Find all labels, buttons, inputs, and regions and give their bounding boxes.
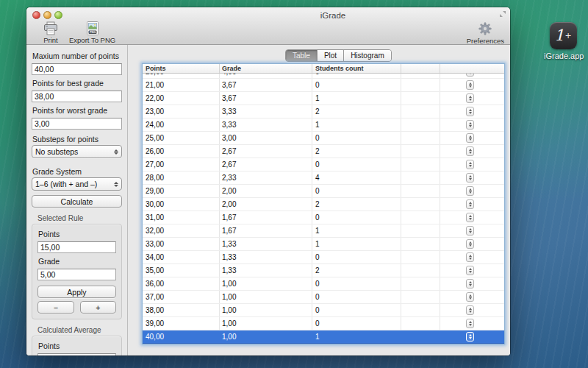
- row-stepper[interactable]: [466, 332, 474, 342]
- calculated-average-group: Points Grade: [32, 336, 122, 355]
- calculate-button[interactable]: Calculate: [32, 195, 122, 208]
- tab-plot[interactable]: Plot: [318, 50, 344, 61]
- tab-table[interactable]: Table: [286, 50, 318, 61]
- window-chrome: iGrade Print: [26, 7, 510, 45]
- svg-text:PNG: PNG: [89, 31, 95, 34]
- table-row[interactable]: 29,002,000: [143, 185, 504, 198]
- row-stepper[interactable]: [466, 279, 474, 289]
- grade-system-dropdown[interactable]: 1–6 (with + and –): [32, 177, 122, 191]
- row-stepper[interactable]: [466, 107, 474, 116]
- column-header-grade[interactable]: Grade: [222, 65, 241, 72]
- row-stepper[interactable]: [466, 199, 474, 209]
- fullscreen-icon[interactable]: [499, 10, 506, 18]
- table-body: 20,004,00021,003,67022,003,67123,003,332…: [143, 74, 504, 344]
- best-grade-points-input[interactable]: [32, 91, 122, 102]
- column-header-points[interactable]: Points: [146, 65, 166, 72]
- zoom-button[interactable]: [54, 11, 62, 19]
- cell-points: 34,00: [146, 253, 164, 261]
- row-stepper[interactable]: [466, 74, 474, 77]
- igrade-app-icon[interactable]: 1+: [550, 22, 577, 49]
- preferences-button[interactable]: Preferences: [467, 21, 504, 45]
- row-stepper[interactable]: [466, 160, 474, 169]
- png-document-icon: PNG: [87, 21, 98, 35]
- table-row[interactable]: 37,001,000: [143, 291, 504, 304]
- minus-button[interactable]: −: [37, 301, 74, 314]
- apply-button[interactable]: Apply: [37, 286, 116, 298]
- print-button[interactable]: Print: [43, 21, 59, 44]
- cell-students-count: 1: [315, 121, 320, 129]
- row-stepper[interactable]: [466, 213, 474, 222]
- table-row[interactable]: 31,001,670: [143, 211, 504, 224]
- rule-grade-label: Grade: [38, 257, 115, 266]
- max-points-input[interactable]: [32, 63, 122, 75]
- cell-grade: 1,33: [222, 253, 236, 261]
- table-row[interactable]: 21,003,670: [143, 79, 504, 92]
- cell-grade: 1,00: [222, 280, 236, 288]
- cell-students-count: 2: [315, 147, 320, 155]
- cell-points: 32,00: [146, 227, 164, 235]
- row-stepper[interactable]: [466, 173, 474, 183]
- avg-points-input[interactable]: [37, 353, 116, 355]
- row-stepper[interactable]: [466, 239, 474, 249]
- row-stepper[interactable]: [466, 319, 474, 328]
- row-stepper[interactable]: [466, 292, 474, 302]
- row-stepper[interactable]: [466, 226, 474, 236]
- traffic-lights: [32, 11, 62, 19]
- plus-button[interactable]: +: [80, 301, 117, 314]
- desktop-icon-igrade[interactable]: 1+ iGrade.app: [544, 22, 582, 60]
- worst-grade-points-input[interactable]: [32, 118, 122, 130]
- cell-students-count: 1: [315, 240, 320, 248]
- table-row[interactable]: 25,003,000: [143, 132, 504, 145]
- table-row[interactable]: 35,001,332: [143, 264, 504, 277]
- table-row[interactable]: 32,001,671: [143, 224, 504, 238]
- table-row[interactable]: 23,003,332: [143, 105, 504, 118]
- row-stepper[interactable]: [466, 120, 474, 130]
- column-header-students-count[interactable]: Students count: [315, 65, 364, 72]
- close-button[interactable]: [32, 11, 40, 19]
- row-stepper[interactable]: [466, 186, 474, 196]
- avg-points-label: Points: [38, 342, 115, 350]
- table-row[interactable]: 39,001,000: [143, 317, 504, 330]
- cell-points: 27,00: [146, 160, 164, 169]
- table-row[interactable]: 26,002,672: [143, 145, 504, 158]
- cell-grade: 2,00: [222, 200, 236, 208]
- table-row[interactable]: 33,001,331: [143, 238, 504, 251]
- row-stepper[interactable]: [466, 252, 474, 262]
- table-row[interactable]: 24,003,331: [143, 118, 504, 132]
- column-divider: [401, 64, 401, 73]
- table-row[interactable]: 20,004,000: [143, 74, 504, 79]
- dropdown-arrows-icon: [114, 149, 118, 155]
- row-stepper[interactable]: [466, 93, 474, 103]
- table-row[interactable]: 30,002,002: [143, 198, 504, 211]
- rule-points-input[interactable]: [37, 241, 116, 253]
- print-label: Print: [43, 36, 58, 44]
- export-png-button[interactable]: PNG Export To PNG: [69, 21, 115, 44]
- table-row[interactable]: 38,001,000: [143, 304, 504, 317]
- table-row[interactable]: 40,001,001: [143, 330, 504, 344]
- cell-students-count: 4: [315, 174, 320, 182]
- cell-grade: 1,33: [222, 266, 236, 275]
- rule-grade-input[interactable]: [37, 269, 116, 280]
- table-row[interactable]: 22,003,671: [143, 92, 504, 105]
- row-stepper[interactable]: [466, 305, 474, 315]
- cell-grade: 2,00: [222, 187, 236, 195]
- cell-grade: 1,67: [222, 227, 236, 235]
- cell-students-count: 0: [315, 253, 320, 261]
- grades-table: Points Grade Students count 20,004,00021…: [142, 63, 505, 344]
- column-divider: [440, 64, 440, 73]
- table-row[interactable]: 36,001,000: [143, 277, 504, 291]
- tab-histogram[interactable]: Histogram: [344, 50, 391, 61]
- cell-students-count: 0: [315, 306, 320, 314]
- cell-points: 37,00: [146, 293, 164, 301]
- table-row[interactable]: 34,001,330: [143, 251, 504, 264]
- row-stepper[interactable]: [466, 80, 474, 90]
- cell-students-count: 1: [315, 227, 320, 235]
- cell-grade: 1,00: [222, 293, 236, 301]
- table-row[interactable]: 27,002,670: [143, 158, 504, 171]
- row-stepper[interactable]: [466, 133, 474, 143]
- minimize-button[interactable]: [43, 11, 51, 19]
- row-stepper[interactable]: [466, 146, 474, 156]
- row-stepper[interactable]: [466, 266, 474, 275]
- table-row[interactable]: 28,002,334: [143, 171, 504, 185]
- substeps-dropdown[interactable]: No substeps: [32, 145, 122, 158]
